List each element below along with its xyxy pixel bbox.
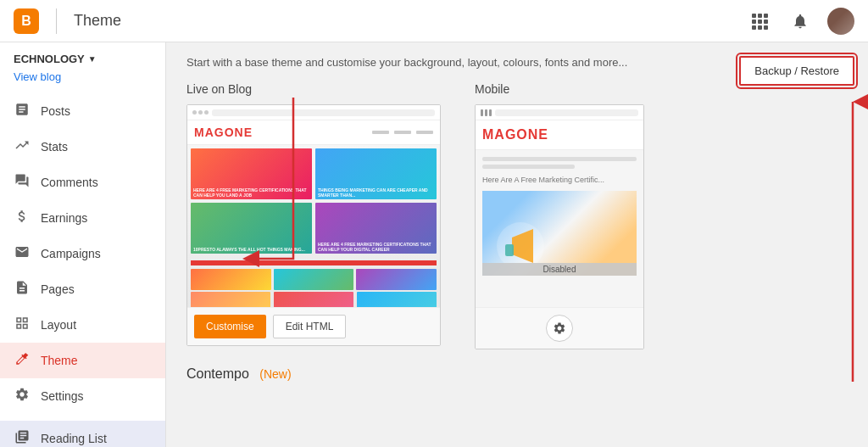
svg-rect-11 (505, 244, 514, 256)
settings-label: Settings (41, 389, 84, 403)
bottom-card3 (357, 292, 437, 307)
mobile-gear-button[interactable] (546, 315, 573, 342)
pages-icon (14, 280, 31, 299)
settings-icon (14, 387, 31, 405)
browser-header (187, 105, 440, 120)
magone-nav (372, 131, 433, 134)
mobile-logo: MAGONE (482, 127, 548, 142)
svg-rect-5 (764, 20, 768, 24)
svg-rect-6 (752, 25, 756, 30)
header-divider (56, 8, 57, 34)
view-blog-link[interactable]: View blog (0, 69, 165, 93)
card4: HERE ARE 4 FREE MARKETING CERTIFICATIONS… (315, 203, 437, 254)
customise-button[interactable]: Customise (194, 315, 266, 338)
bottom-row (187, 292, 440, 307)
theme-label: Theme (41, 354, 78, 367)
magone-preview: MAGONE HERE ARE 4 FREE MARKETING CERTIFI… (187, 120, 440, 307)
signal-bar3 (489, 109, 492, 116)
sidebar-item-reading-list[interactable]: Reading List (0, 421, 165, 447)
blogger-icon: B (14, 8, 39, 34)
magone-grid: HERE ARE 4 FREE MARKETING CERTIFICATIONS… (187, 145, 440, 257)
backup-restore-button[interactable]: Backup / Restore (739, 56, 854, 86)
nav1 (372, 131, 389, 134)
svg-rect-2 (764, 14, 768, 18)
svg-rect-0 (752, 14, 756, 18)
reading-list-icon (14, 429, 31, 447)
live-preview: MAGONE HERE ARE 4 FREE MARKETING CERTIFI… (186, 104, 441, 346)
preview-actions: Customise Edit HTML (187, 307, 440, 345)
magone-header: MAGONE (187, 120, 440, 145)
layout-label: Layout (41, 318, 76, 332)
card1: HERE ARE 4 FREE MARKETING CERTIFICATIONS… (191, 148, 312, 199)
theme-sections: Live on Blog MAGONE (186, 82, 848, 349)
mobile-image: Disabled (482, 191, 637, 276)
sidebar-item-theme[interactable]: Theme (0, 343, 165, 378)
sidebar-item-campaigns[interactable]: Campaigns (0, 236, 165, 271)
card3: 10PRESTO ALAWAYS THE ALL HOT THINGS MAKI… (191, 203, 312, 254)
small-card2 (274, 269, 354, 290)
mobile-content: MAGONE Here Are A Free Marketing Certifi… (476, 120, 643, 307)
signal-bar2 (485, 109, 487, 116)
apps-icon[interactable] (746, 8, 773, 35)
live-on-blog-title: Live on Blog (186, 82, 441, 96)
svg-rect-1 (758, 14, 762, 18)
main-layout: ECHNOLOGY ▼ View blog Posts Stats Commen… (0, 42, 868, 447)
svg-rect-4 (758, 20, 762, 24)
main-content: Backup / Restore Start with a base theme… (166, 42, 868, 447)
mobile-text-lines: Here Are A Free Marketing Certific... (482, 157, 637, 184)
pages-label: Pages (41, 282, 75, 296)
user-avatar[interactable] (827, 8, 854, 35)
mobile-body: Here Are A Free Marketing Certific... Di… (476, 150, 643, 282)
sidebar-item-comments[interactable]: Comments (0, 165, 165, 200)
campaigns-label: Campaigns (41, 247, 101, 260)
mobile-subtitle: Here Are A Free Marketing Certific... (482, 176, 637, 184)
posts-icon (14, 102, 31, 120)
card2: THINGS BEING MARKETING CAN ARE CHEAPER A… (315, 148, 437, 199)
edit-html-button[interactable]: Edit HTML (273, 315, 347, 338)
header-title: Theme (74, 12, 121, 30)
sidebar-item-pages[interactable]: Pages (0, 271, 165, 307)
sidebar-item-earnings[interactable]: Earnings (0, 200, 165, 236)
signal-area (481, 109, 492, 116)
red-bar (191, 260, 437, 265)
earnings-label: Earnings (41, 211, 87, 225)
small-card1 (191, 269, 271, 290)
mobile-browser-header (476, 105, 643, 120)
logo: B Theme (14, 8, 121, 34)
header: B Theme (0, 0, 868, 42)
sidebar: ECHNOLOGY ▼ View blog Posts Stats Commen… (0, 42, 166, 447)
mobile-preview: MAGONE Here Are A Free Marketing Certifi… (475, 104, 644, 349)
browser-dots (192, 110, 209, 115)
svg-rect-3 (752, 20, 756, 24)
mobile-title: Mobile (475, 82, 644, 96)
earnings-icon (14, 209, 31, 227)
comments-label: Comments (41, 176, 98, 189)
nav2 (394, 131, 411, 134)
sidebar-item-posts[interactable]: Posts (0, 93, 165, 129)
blog-selector[interactable]: ECHNOLOGY ▼ (0, 42, 165, 69)
magone-logo: MAGONE (194, 126, 253, 139)
stats-label: Stats (41, 140, 68, 154)
bottom-card2 (274, 292, 353, 307)
notification-icon[interactable] (787, 8, 814, 35)
browser-address-bar (212, 109, 435, 116)
theme-icon (14, 351, 31, 370)
svg-rect-7 (758, 25, 762, 30)
dot1 (192, 110, 197, 115)
small-grid (187, 267, 440, 292)
reading-list-label: Reading List (41, 432, 107, 445)
line2 (482, 165, 575, 169)
header-right (746, 8, 854, 35)
sidebar-item-layout[interactable]: Layout (0, 307, 165, 343)
sidebar-item-settings[interactable]: Settings (0, 378, 165, 414)
contempo-section: Contempo (New) (186, 366, 848, 382)
campaigns-icon (14, 244, 31, 263)
mobile-header: MAGONE (476, 120, 643, 150)
disabled-badge: Disabled (482, 263, 637, 276)
sidebar-item-stats[interactable]: Stats (0, 129, 165, 165)
mobile-actions (476, 307, 643, 349)
live-on-blog-section: Live on Blog MAGONE (186, 82, 441, 346)
blog-name: ECHNOLOGY (14, 53, 85, 65)
nav3 (416, 131, 433, 134)
content-description: Start with a base theme and customise yo… (186, 56, 695, 69)
